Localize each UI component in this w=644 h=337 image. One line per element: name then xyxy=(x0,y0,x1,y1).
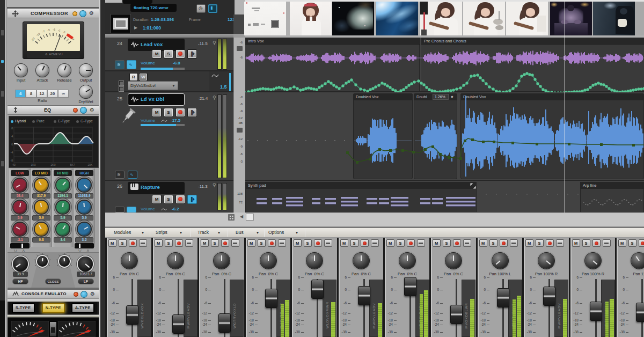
svg-text:-8: -8 xyxy=(11,159,13,162)
svg-text:4: 4 xyxy=(11,135,13,138)
svg-text:40: 40 xyxy=(12,163,16,166)
svg-text:-4: -4 xyxy=(11,151,13,154)
svg-text:20K: 20K xyxy=(88,163,93,166)
svg-text:8: 8 xyxy=(11,127,13,130)
svg-text:1K0: 1K0 xyxy=(31,163,36,166)
svg-text:0: 0 xyxy=(11,143,13,146)
svg-text:2K0: 2K0 xyxy=(51,163,56,166)
svg-text:5K7: 5K7 xyxy=(70,163,75,166)
svg-text:-3: -3 xyxy=(53,28,55,31)
